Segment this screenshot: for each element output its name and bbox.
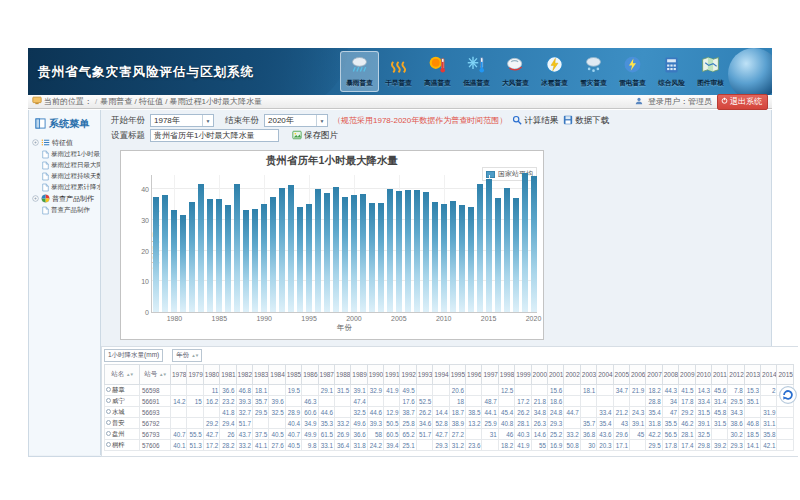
col-header-id[interactable]: 站号 ▲▼ (140, 365, 171, 385)
expand-icon[interactable] (32, 195, 39, 203)
value-cell: 34.3 (728, 407, 744, 418)
floating-refresh-button[interactable] (779, 386, 797, 404)
col-header-year[interactable]: 1987 (318, 365, 334, 385)
app-window: 贵州省气象灾害风险评估与区划系统 暴雨普查干旱普查高温普查低温普查大风普查冰雹普… (28, 48, 772, 457)
col-header-year[interactable]: 2000 (531, 365, 547, 385)
col-header-year[interactable]: 2013 (744, 365, 760, 385)
value-cell: 43.7 (236, 429, 252, 440)
col-header-year[interactable]: 1979 (187, 365, 203, 385)
radio-icon[interactable] (106, 387, 111, 392)
y-tick-label: 0 (130, 309, 149, 316)
col-header-year[interactable]: 1978 (171, 365, 187, 385)
col-header-year[interactable]: 2002 (564, 365, 580, 385)
col-header-year[interactable]: 1989 (351, 365, 367, 385)
col-header-year[interactable]: 1982 (236, 365, 252, 385)
radio-icon[interactable] (106, 431, 111, 436)
save-image-button[interactable]: 保存图片 (292, 130, 338, 142)
col-header-year[interactable]: 1995 (449, 365, 465, 385)
tree-item[interactable]: 普查产品制作 (32, 205, 100, 216)
nav-item-4[interactable]: 低温普查 (457, 51, 496, 92)
sort-icons[interactable]: ▲▼ (159, 372, 166, 377)
radio-icon[interactable] (106, 420, 111, 425)
x-tick-label: 1985 (206, 315, 232, 322)
nav-item-10[interactable]: 图件审核 (691, 51, 730, 92)
chart-title-input[interactable]: 贵州省历年1小时最大降水量 (150, 129, 279, 142)
tree-item[interactable]: 暴雨过程1小时最大降水量 (32, 149, 100, 160)
tree-item[interactable]: 暴雨过程累计降水量 (32, 182, 100, 193)
sort-icons[interactable]: ▲▼ (191, 353, 198, 358)
col-header-year[interactable]: 1984 (269, 365, 285, 385)
tree-group[interactable]: 特征值 (32, 137, 100, 149)
y-tick-label: 20 (130, 248, 149, 255)
col-header-year[interactable]: 2007 (646, 365, 662, 385)
col-header-year[interactable]: 2003 (580, 365, 596, 385)
col-header-year[interactable]: 1997 (482, 365, 498, 385)
chart-bar-2013 (468, 207, 474, 312)
col-header-year[interactable]: 1986 (302, 365, 318, 385)
col-header-year[interactable]: 1990 (367, 365, 383, 385)
col-header-year[interactable]: 2009 (679, 365, 695, 385)
nav-item-7[interactable]: 雪灾普查 (574, 51, 613, 92)
col-header-year[interactable]: 2012 (728, 365, 744, 385)
value-cell: 55.5 (187, 429, 203, 440)
nav-item-3[interactable]: 高温普查 (418, 51, 457, 92)
radio-icon[interactable] (106, 398, 111, 403)
col-header-station[interactable]: 站名 ▲▼ (105, 365, 140, 385)
col-header-year[interactable]: 1994 (433, 365, 449, 385)
col-header-year[interactable]: 2001 (547, 365, 563, 385)
col-header-year[interactable]: 2006 (629, 365, 645, 385)
station-name-cell[interactable]: 水城 (105, 407, 140, 418)
nav-item-9[interactable]: 综合风险 (652, 51, 691, 92)
station-name-cell[interactable]: 桐梓 (105, 440, 140, 451)
value-cell: 32.9 (367, 385, 383, 396)
year-filter-box[interactable]: 年份 ▲▼ (172, 349, 202, 362)
value-cell: 39.2 (711, 440, 727, 451)
col-header-year[interactable]: 2015 (777, 365, 794, 385)
radio-icon[interactable] (106, 409, 111, 414)
col-header-year[interactable]: 1998 (498, 365, 514, 385)
radio-icon[interactable] (106, 442, 111, 447)
tree-item[interactable]: 暴雨过程日最大降水量 (32, 160, 100, 171)
col-header-year[interactable]: 1980 (203, 365, 219, 385)
nav-item-8[interactable]: 雷电普查 (613, 51, 652, 92)
value-cell (761, 396, 777, 407)
tree-item[interactable]: 暴雨过程持续天数 (32, 171, 100, 182)
col-header-year[interactable]: 1993 (416, 365, 432, 385)
map-review-icon (700, 61, 721, 78)
nav-item-1[interactable]: 暴雨普查 (340, 51, 379, 92)
col-header-year[interactable]: 1992 (400, 365, 416, 385)
col-header-year[interactable]: 2005 (613, 365, 629, 385)
col-header-year[interactable]: 2008 (662, 365, 678, 385)
nav-item-5[interactable]: 大风普查 (496, 51, 535, 92)
station-name-cell[interactable]: 普安 (105, 418, 140, 429)
nav-item-6[interactable]: 冰雹普查 (535, 51, 574, 92)
logout-button[interactable]: 退出系统 (717, 94, 768, 110)
station-name-cell[interactable]: 盘州 (105, 429, 140, 440)
col-header-year[interactable]: 1991 (384, 365, 400, 385)
col-header-year[interactable]: 2010 (695, 365, 711, 385)
expand-icon[interactable] (32, 139, 39, 147)
sort-icons[interactable]: ▲▼ (126, 372, 133, 377)
col-header-year[interactable]: 1985 (285, 365, 301, 385)
col-header-year[interactable]: 2004 (597, 365, 613, 385)
col-header-year[interactable]: 1999 (515, 365, 531, 385)
tree-group[interactable]: 普查产品制作 (32, 193, 100, 205)
col-header-year[interactable]: 2011 (711, 365, 727, 385)
col-header-year[interactable]: 1981 (220, 365, 236, 385)
col-header-year[interactable]: 2014 (761, 365, 777, 385)
breadcrumb-path[interactable]: 暴雨普查 / 特征值 / 暴雨过程1小时最大降水量 (100, 96, 262, 107)
start-year-select[interactable]: 1978年 ▼ (150, 114, 214, 127)
nav-item-2[interactable]: 干旱普查 (379, 51, 418, 92)
col-header-year[interactable]: 1983 (252, 365, 268, 385)
download-button[interactable]: 数据下载 (563, 115, 609, 127)
col-header-year[interactable]: 1996 (466, 365, 482, 385)
calculate-button[interactable]: 计算结果 (512, 115, 558, 127)
col-header-year[interactable]: 1988 (334, 365, 350, 385)
end-year-select[interactable]: 2020年 ▼ (264, 114, 328, 127)
value-filter-box[interactable]: 1小时降水量(mm) (104, 349, 163, 362)
chart-bar-2006 (405, 190, 411, 312)
station-name-cell[interactable]: 赫章 (105, 385, 140, 396)
value-cell: 40.3 (515, 429, 531, 440)
station-name-cell[interactable]: 威宁 (105, 396, 140, 407)
value-cell: 29.4 (220, 418, 236, 429)
